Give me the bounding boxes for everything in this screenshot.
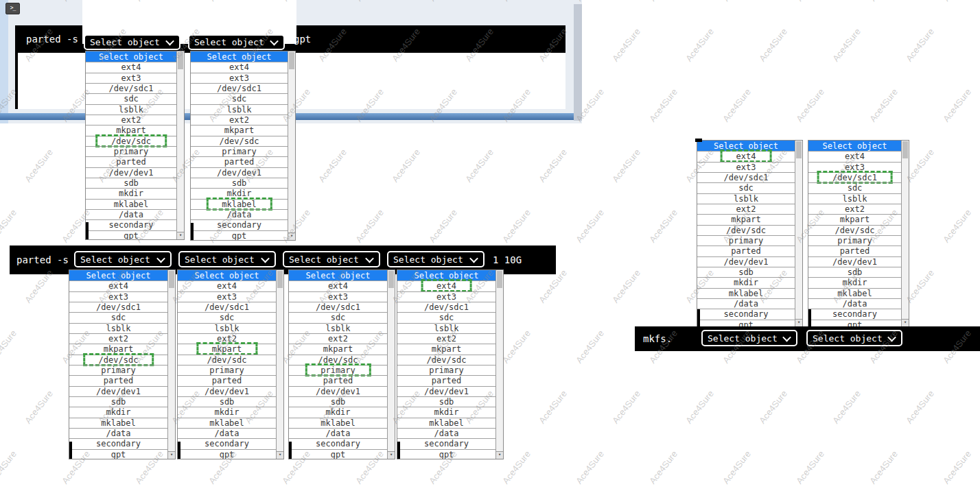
dropdown-option[interactable]: mklabel (178, 418, 276, 428)
dropdown-option[interactable]: /dev/sdc1 (808, 172, 901, 182)
dropdown-option[interactable]: sdc (191, 93, 288, 104)
dropdown-option[interactable]: ext4 (289, 280, 387, 291)
dropdown-option[interactable]: sdc (397, 312, 495, 322)
dropdown-option[interactable]: lsblk (191, 104, 288, 115)
dropdown-option[interactable]: /dev/dev1 (86, 167, 176, 178)
dropdown-option[interactable]: gpt (178, 449, 276, 459)
dropdown-option[interactable]: mklabel (86, 199, 176, 209)
dropdown-option[interactable]: parted (808, 246, 901, 256)
parted-select-1[interactable]: Select object (74, 251, 172, 267)
dropdown-option[interactable]: /dev/sdc (69, 355, 167, 365)
dropdown-option[interactable]: /dev/dev1 (191, 167, 288, 178)
dropdown-option[interactable]: /dev/sdc (178, 355, 276, 365)
terminal-select-1[interactable]: Select object (84, 34, 180, 50)
dropdown-option[interactable]: ext3 (191, 73, 288, 83)
dropdown-option[interactable]: ext4 (86, 62, 176, 72)
dropdown-option[interactable]: sdb (808, 267, 901, 277)
dropdown-option[interactable]: ext3 (697, 162, 795, 172)
dropdown-option[interactable]: sdb (397, 396, 495, 407)
dropdown-option[interactable]: mklabel (697, 288, 795, 298)
dropdown-option[interactable]: secondary (69, 438, 167, 448)
dropdown-option[interactable]: /data (191, 209, 288, 219)
dropdown-option[interactable]: lsblk (69, 323, 167, 333)
dropdown-option[interactable]: /dev/sdc (808, 225, 901, 235)
dropdown-option[interactable]: ext2 (178, 333, 276, 344)
scrollbar-thumb[interactable] (902, 141, 908, 158)
dropdown-option[interactable]: sdc (69, 312, 167, 322)
dropdown-option[interactable]: /data (86, 209, 176, 219)
dropdown-option[interactable]: ext3 (397, 291, 495, 302)
dropdown-option[interactable]: /dev/sdc (697, 225, 795, 235)
dropdown-option[interactable]: /data (289, 428, 387, 438)
dropdown-option[interactable]: parted (289, 375, 387, 385)
scrollbar-thumb[interactable] (796, 141, 802, 158)
dropdown-option[interactable]: ext3 (86, 73, 176, 83)
dropdown-option[interactable]: ext4 (178, 280, 276, 291)
dropdown-option[interactable]: mkpart (69, 344, 167, 354)
dropdown-option[interactable]: gpt (289, 449, 387, 459)
dropdown-option[interactable]: mklabel (289, 418, 387, 428)
dropdown-option[interactable]: primary (697, 235, 795, 246)
dropdown-option[interactable]: /data (697, 298, 795, 309)
dropdown-option[interactable]: /dev/sdc (86, 136, 176, 146)
dropdown-option[interactable]: sdb (86, 178, 176, 188)
dropdown-option[interactable]: /dev/dev1 (808, 256, 901, 267)
dropdown-option[interactable]: Select object (86, 51, 176, 62)
dropdown-option[interactable]: mklabel (808, 288, 901, 298)
dropdown-option[interactable]: mkdir (697, 277, 795, 287)
parted-select-2[interactable]: Select object (178, 251, 276, 267)
dropdown-option[interactable]: /dev/sdc1 (178, 302, 276, 312)
parted-select-3[interactable]: Select object (283, 251, 380, 267)
dropdown-option[interactable]: ext4 (697, 151, 795, 161)
dropdown-option[interactable]: sdc (808, 182, 901, 193)
dropdown-option[interactable]: primary (289, 365, 387, 375)
dropdown-option[interactable]: secondary (289, 438, 387, 448)
dropdown-option[interactable]: lsblk (697, 193, 795, 204)
scroll-down-arrow[interactable]: ▾ (277, 451, 283, 459)
dropdown-option[interactable]: ext3 (808, 162, 901, 172)
dropdown-option[interactable]: sdb (697, 267, 795, 277)
dropdown-option[interactable]: Select object (178, 270, 276, 280)
dropdown-option[interactable]: lsblk (86, 104, 176, 115)
dropdown-option[interactable]: ext4 (808, 151, 901, 161)
dropdown-option[interactable]: secondary (697, 309, 795, 319)
dropdown-option[interactable]: ext4 (69, 280, 167, 291)
dropdown-option[interactable]: Select object (397, 270, 495, 280)
dropdown-option[interactable]: primary (178, 365, 276, 375)
dropdown-option[interactable]: sdc (289, 312, 387, 322)
dropdown-option[interactable]: mklabel (397, 418, 495, 428)
dropdown-option[interactable]: sdb (289, 396, 387, 407)
dropdown-option[interactable]: lsblk (808, 193, 901, 204)
dropdown-option[interactable]: /dev/dev1 (697, 256, 795, 267)
dropdown-option[interactable]: sdc (86, 93, 176, 104)
dropdown-option[interactable]: /dev/sdc (397, 355, 495, 365)
dropdown-option[interactable]: mkdir (69, 407, 167, 417)
dropdown-option[interactable]: parted (69, 375, 167, 385)
dropdown-option[interactable]: sdc (178, 312, 276, 322)
dropdown-option[interactable]: sdb (191, 178, 288, 188)
dropdown-option[interactable]: sdc (697, 182, 795, 193)
terminal-select-2[interactable]: Select object (188, 34, 285, 50)
scroll-down-arrow[interactable]: ▾ (902, 319, 909, 326)
dropdown-option[interactable]: mkdir (178, 407, 276, 417)
dropdown-option[interactable]: parted (178, 375, 276, 385)
dropdown-option[interactable]: Select object (69, 270, 167, 280)
dropdown-option[interactable]: mkpart (397, 344, 495, 354)
mkfs-select-1[interactable]: Select object (701, 330, 797, 346)
dropdown-option[interactable]: /dev/sdc1 (86, 83, 176, 93)
dropdown-option[interactable]: /data (808, 298, 901, 309)
dropdown-option[interactable]: sdb (178, 396, 276, 407)
dropdown-option[interactable]: ext3 (69, 291, 167, 302)
dropdown-option[interactable]: gpt (191, 230, 288, 241)
dropdown-option[interactable]: /data (69, 428, 167, 438)
scroll-down-arrow[interactable]: ▾ (795, 319, 802, 326)
dropdown-option[interactable]: /dev/dev1 (69, 386, 167, 396)
dropdown-option[interactable]: /dev/dev1 (178, 386, 276, 396)
dropdown-option[interactable]: secondary (191, 219, 288, 230)
dropdown-option[interactable]: mklabel (69, 418, 167, 428)
dropdown-option[interactable]: ext2 (697, 204, 795, 214)
dropdown-option[interactable]: ext2 (289, 333, 387, 344)
dropdown-option[interactable]: secondary (808, 309, 901, 319)
dropdown-option[interactable]: /dev/sdc1 (289, 302, 387, 312)
dropdown-option[interactable]: /dev/sdc (289, 355, 387, 365)
